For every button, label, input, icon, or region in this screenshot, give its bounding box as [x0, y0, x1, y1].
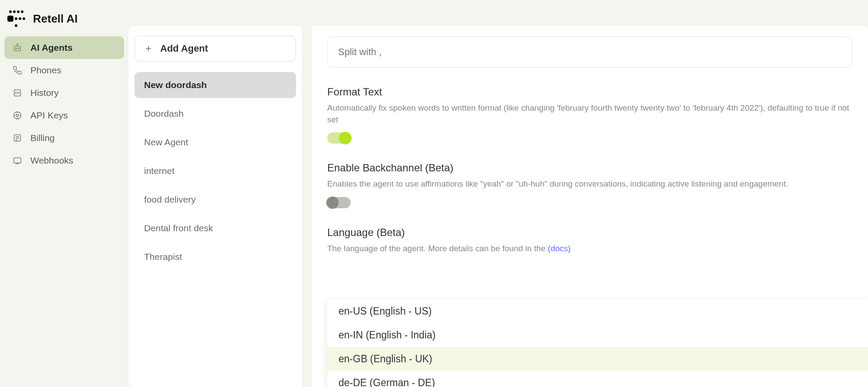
billing-icon — [12, 133, 23, 143]
agent-item[interactable]: Dental front desk — [135, 215, 296, 241]
sidebar: Retell AI AI Agents Phones History API K… — [0, 0, 128, 387]
sidebar-item-billing[interactable]: Billing — [4, 127, 124, 149]
split-input[interactable] — [327, 36, 852, 68]
sidebar-item-api-keys[interactable]: API Keys — [4, 104, 124, 127]
svg-point-6 — [16, 114, 19, 117]
svg-point-2 — [18, 48, 19, 49]
language-option[interactable]: de-DE (German - DE) — [327, 371, 868, 387]
sidebar-item-phones[interactable]: Phones — [4, 59, 124, 82]
setting-description: Automatically fix spoken words to writte… — [327, 102, 852, 125]
sidebar-item-label: Phones — [30, 65, 61, 75]
webhook-icon — [12, 155, 23, 166]
key-icon — [12, 110, 23, 121]
sidebar-item-label: History — [30, 88, 59, 98]
agent-item[interactable]: Therapist — [135, 244, 296, 270]
setting-description: Enables the agent to use affirmations li… — [327, 178, 852, 190]
add-agent-label: Add Agent — [160, 43, 208, 54]
robot-icon — [12, 43, 23, 53]
agent-item[interactable]: Doordash — [135, 101, 296, 127]
add-agent-button[interactable]: Add Agent — [135, 36, 296, 62]
format-text-toggle[interactable] — [327, 132, 351, 144]
sidebar-item-ai-agents[interactable]: AI Agents — [4, 36, 124, 59]
brand-name: Retell AI — [33, 12, 78, 26]
agent-item[interactable]: internet — [135, 158, 296, 184]
logo-icon — [7, 10, 25, 28]
docs-link[interactable]: (docs) — [548, 244, 571, 253]
setting-desc-text: The language of the agent. More details … — [327, 244, 548, 253]
language-dropdown[interactable]: en-US (English - US) en-IN (English - In… — [327, 299, 868, 387]
sidebar-item-label: AI Agents — [30, 43, 72, 53]
svg-rect-8 — [14, 158, 21, 163]
setting-title: Enable Backchannel (Beta) — [327, 162, 852, 174]
language-option[interactable]: en-GB (English - UK) — [327, 347, 868, 371]
agent-settings-panel: Format Text Automatically fix spoken wor… — [312, 26, 868, 387]
setting-description: The language of the agent. More details … — [327, 243, 852, 255]
svg-point-1 — [16, 48, 16, 49]
language-option[interactable]: en-US (English - US) — [327, 299, 868, 323]
svg-point-3 — [17, 44, 18, 45]
sidebar-item-label: Webhooks — [30, 155, 73, 166]
backchannel-toggle[interactable] — [327, 197, 351, 208]
agent-item[interactable]: New Agent — [135, 129, 296, 155]
sidebar-item-history[interactable]: History — [4, 82, 124, 104]
agent-item[interactable]: New doordash — [135, 72, 296, 98]
sidebar-item-webhooks[interactable]: Webhooks — [4, 149, 124, 172]
language-option[interactable]: en-IN (English - India) — [327, 323, 868, 347]
setting-format-text: Format Text Automatically fix spoken wor… — [327, 86, 852, 144]
setting-backchannel: Enable Backchannel (Beta) Enables the ag… — [327, 162, 852, 208]
setting-language: Language (Beta) The language of the agen… — [327, 226, 852, 255]
sidebar-item-label: API Keys — [30, 110, 68, 121]
setting-title: Language (Beta) — [327, 226, 852, 239]
sidebar-item-label: Billing — [30, 133, 55, 143]
brand-row: Retell AI — [4, 8, 124, 36]
setting-title: Format Text — [327, 86, 852, 98]
phone-icon — [12, 65, 23, 75]
agent-item[interactable]: food delivery — [135, 187, 296, 213]
agents-panel: Add Agent New doordash Doordash New Agen… — [128, 26, 302, 387]
plus-icon — [144, 44, 153, 53]
history-icon — [12, 88, 23, 98]
svg-rect-0 — [14, 46, 21, 51]
